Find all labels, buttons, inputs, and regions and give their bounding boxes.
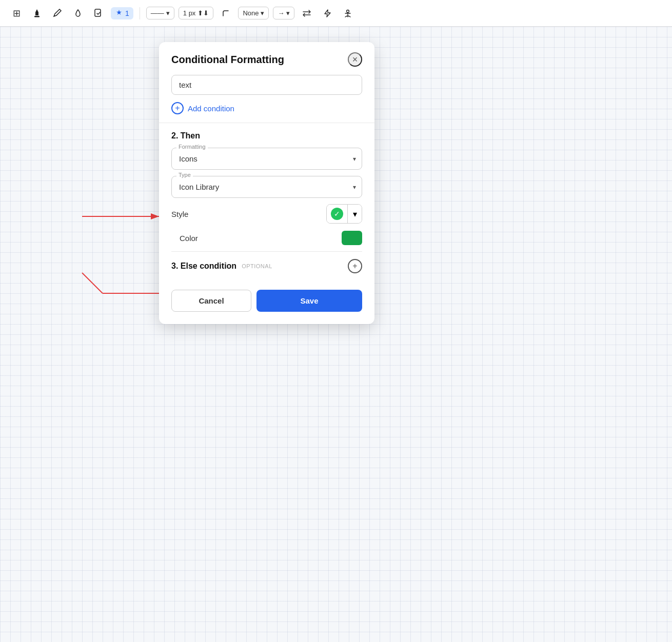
dialog-close-button[interactable]: ×	[348, 52, 362, 67]
toolbar-divider-1	[140, 7, 140, 19]
style-picker: ✓ ▾	[326, 204, 362, 224]
dialog-header: Conditional Formatting ×	[159, 42, 374, 75]
corner-radius-arrow: ▾	[261, 9, 264, 17]
arrow-end-value: →	[278, 9, 284, 17]
svg-rect-0	[35, 12, 38, 15]
formatting-field: Formatting Icons Color Text ▾	[171, 148, 362, 170]
dialog-body: + Add condition 2. Then Formatting Icons…	[159, 75, 374, 324]
stroke-style-value: ——	[151, 9, 164, 17]
dialog-title: Conditional Formatting	[171, 54, 284, 66]
cancel-button[interactable]: Cancel	[171, 290, 251, 312]
color-swatch[interactable]	[342, 231, 362, 245]
conditional-formatting-dialog: Conditional Formatting × + Add condition…	[159, 42, 374, 324]
magic-tool-badge[interactable]: 1	[111, 7, 133, 19]
pencil-tool-icon[interactable]	[49, 5, 66, 22]
style-dropdown-arrow-icon: ▾	[353, 209, 357, 219]
stroke-width-arrows: ⬆⬇	[197, 9, 209, 17]
corner-radius-select[interactable]: None ▾	[238, 7, 269, 19]
corner-radius-icon[interactable]	[218, 5, 234, 22]
style-row: Style ✓ ▾	[171, 204, 362, 224]
add-condition-label: Add condition	[188, 104, 234, 113]
style-icon-button[interactable]: ✓	[327, 205, 347, 223]
type-label: Type	[176, 172, 193, 178]
then-section-title: 2. Then	[171, 131, 362, 141]
formatting-label: Formatting	[176, 144, 208, 150]
swap-arrows-icon[interactable]	[299, 5, 315, 22]
toolbar: ⊞ 1 —— ▾ 1 px ⬆⬇	[0, 0, 672, 27]
corner-radius-value: None	[243, 9, 259, 17]
svg-line-7	[82, 273, 103, 293]
style-label: Style	[171, 210, 188, 218]
canvas-area[interactable]: Conditional Formatting × + Add condition…	[0, 27, 672, 642]
else-condition-row: 3. Else condition OPTIONAL +	[171, 251, 362, 280]
section-divider	[159, 123, 374, 123]
stroke-width-value: 1 px	[183, 9, 196, 17]
ink-tool-icon[interactable]	[70, 5, 86, 22]
else-title-text: 3. Else condition	[171, 262, 236, 271]
document-check-icon[interactable]	[90, 5, 107, 22]
select-tool-icon[interactable]: ⊞	[8, 5, 25, 22]
save-button[interactable]: Save	[256, 290, 362, 312]
color-label: Color	[180, 234, 198, 243]
fill-tool-icon[interactable]	[29, 5, 45, 22]
type-field: Type Icon Library Custom ▾	[171, 176, 362, 198]
else-optional-label: OPTIONAL	[242, 263, 272, 269]
stroke-style-select[interactable]: —— ▾	[146, 7, 174, 19]
lightning-icon[interactable]	[319, 5, 335, 22]
stroke-style-arrow: ▾	[166, 9, 170, 17]
magic-badge-count: 1	[125, 9, 129, 17]
add-condition-plus-icon: +	[171, 102, 184, 114]
arrow-end-select[interactable]: → ▾	[273, 7, 294, 19]
green-checkmark-icon: ✓	[331, 208, 343, 220]
else-add-button[interactable]: +	[348, 259, 362, 273]
style-dropdown-button[interactable]: ▾	[347, 205, 362, 223]
svg-rect-1	[34, 16, 39, 17]
else-title: 3. Else condition OPTIONAL	[171, 262, 272, 271]
dialog-footer: Cancel Save	[171, 288, 362, 312]
add-condition-button[interactable]: + Add condition	[171, 102, 234, 114]
condition-text-input[interactable]	[171, 75, 362, 95]
type-select[interactable]: Icon Library Custom	[171, 176, 362, 198]
color-row: Color	[171, 231, 362, 245]
arrow-end-arrow: ▾	[286, 9, 290, 17]
anchor-icon[interactable]	[340, 5, 356, 22]
formatting-select[interactable]: Icons Color Text	[171, 148, 362, 170]
stroke-width-select[interactable]: 1 px ⬆⬇	[179, 7, 214, 19]
